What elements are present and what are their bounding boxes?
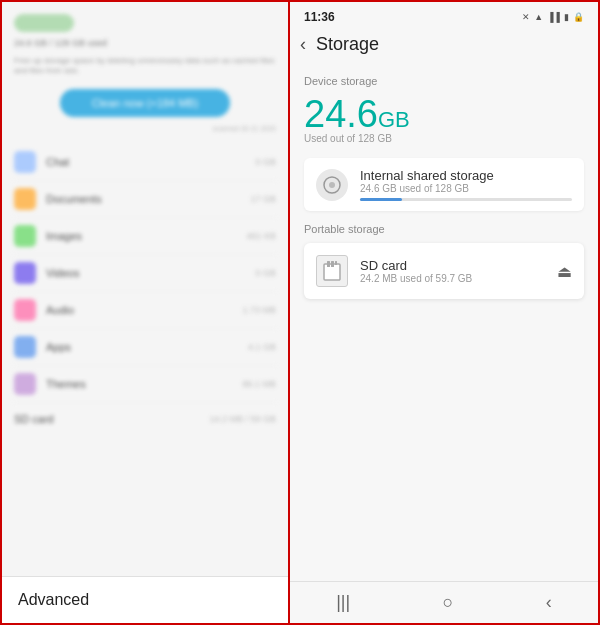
list-item[interactable]: Videos 0 GB (14, 255, 276, 292)
list-item[interactable]: Images 461 KB (14, 218, 276, 255)
storage-bar-area: 24.6 GB / 128 GB used (14, 14, 276, 48)
file-size: 86.1 MB (242, 379, 276, 389)
sd-card-icon (316, 255, 348, 287)
page-title: Storage (316, 34, 379, 55)
home-button[interactable]: ○ (443, 592, 454, 613)
svg-rect-5 (335, 261, 337, 265)
mute-icon: ✕ (522, 12, 530, 22)
battery-icon: ▮ (564, 12, 569, 22)
portable-storage-label: Portable storage (304, 223, 584, 235)
internal-storage-info: Internal shared storage 24.6 GB used of … (360, 168, 572, 201)
audio-icon (14, 299, 36, 321)
internal-storage-icon (316, 169, 348, 201)
sd-card-row[interactable]: SD card 14.2 MB / 59 GB (14, 403, 276, 429)
status-time: 11:36 (304, 10, 335, 24)
file-label: Chat (46, 156, 255, 168)
list-item[interactable]: Apps 4.1 GB (14, 329, 276, 366)
themes-icon (14, 373, 36, 395)
list-item[interactable]: Themes 86.1 MB (14, 366, 276, 403)
file-list: Chat 0 GB Documents 17 GB Images 461 KB … (14, 144, 276, 403)
internal-storage-bar (360, 198, 572, 201)
internal-storage-name: Internal shared storage (360, 168, 572, 183)
list-item[interactable]: Chat 0 GB (14, 144, 276, 181)
lock-icon: 🔒 (573, 12, 584, 22)
svg-point-1 (329, 182, 335, 188)
sd-card-sub: 24.2 MB used of 59.7 GB (360, 273, 557, 284)
storage-size-unit: GB (378, 107, 410, 132)
content-area: Device storage 24.6GB Used out of 128 GB… (290, 65, 598, 581)
back-nav-button[interactable]: ‹ (546, 592, 552, 613)
used-out-of: Used out of 128 GB (304, 133, 584, 144)
device-storage-size-display: 24.6GB (304, 95, 584, 133)
file-size: 0 GB (255, 268, 276, 278)
videos-icon (14, 262, 36, 284)
file-label: Videos (46, 267, 255, 279)
internal-storage-bar-fill (360, 198, 402, 201)
file-label: Audio (46, 304, 242, 316)
back-button[interactable]: ‹ (300, 34, 306, 55)
sd-card-name: SD card (360, 258, 557, 273)
svg-rect-4 (331, 261, 334, 267)
bottom-nav: ||| ○ ‹ (290, 581, 598, 623)
left-panel: 24.6 GB / 128 GB used Free up storage sp… (0, 0, 290, 625)
recents-button[interactable]: ||| (336, 592, 350, 613)
clean-now-button[interactable]: Clean now (+184 MB) (60, 89, 230, 117)
storage-pill (14, 14, 74, 32)
svg-rect-3 (327, 261, 330, 267)
apps-icon (14, 336, 36, 358)
wifi-icon: ▲ (534, 12, 543, 22)
file-size: 17 GB (250, 194, 276, 204)
free-up-text: Free up storage space by deleting unnece… (14, 56, 276, 77)
file-size: 0 GB (255, 157, 276, 167)
sd-card-info: SD card 24.2 MB used of 59.7 GB (360, 258, 557, 284)
scan-timestamp: scanned 30 21 2020 (14, 125, 276, 132)
top-nav: ‹ Storage (290, 28, 598, 65)
right-panel: 11:36 ✕ ▲ ▐▐ ▮ 🔒 ‹ Storage Device storag… (290, 0, 600, 625)
sd-card-size: 14.2 MB / 59 GB (209, 414, 276, 424)
internal-storage-item[interactable]: Internal shared storage 24.6 GB used of … (304, 158, 584, 211)
file-label: Themes (46, 378, 242, 390)
list-item[interactable]: Documents 17 GB (14, 181, 276, 218)
signal-icon: ▐▐ (547, 12, 560, 22)
status-bar: 11:36 ✕ ▲ ▐▐ ▮ 🔒 (290, 2, 598, 28)
file-size: 4.1 GB (248, 342, 276, 352)
chat-icon (14, 151, 36, 173)
images-icon (14, 225, 36, 247)
file-size: 461 KB (246, 231, 276, 241)
left-blurred-area: 24.6 GB / 128 GB used Free up storage sp… (2, 2, 288, 441)
status-icons: ✕ ▲ ▐▐ ▮ 🔒 (522, 12, 584, 22)
advanced-bar[interactable]: Advanced (2, 576, 288, 623)
file-label: Documents (46, 193, 250, 205)
list-item[interactable]: Audio 1.73 MB (14, 292, 276, 329)
sd-card-label: SD card (14, 413, 209, 425)
documents-icon (14, 188, 36, 210)
sd-card-item[interactable]: SD card 24.2 MB used of 59.7 GB ⏏ (304, 243, 584, 299)
file-size: 1.73 MB (242, 305, 276, 315)
storage-size-number: 24.6 (304, 93, 378, 135)
eject-button[interactable]: ⏏ (557, 262, 572, 281)
device-storage-label: Device storage (304, 75, 584, 87)
file-label: Images (46, 230, 246, 242)
storage-used-text: 24.6 GB / 128 GB used (14, 38, 276, 48)
advanced-label: Advanced (18, 591, 89, 608)
file-label: Apps (46, 341, 248, 353)
internal-storage-sub: 24.6 GB used of 128 GB (360, 183, 572, 194)
